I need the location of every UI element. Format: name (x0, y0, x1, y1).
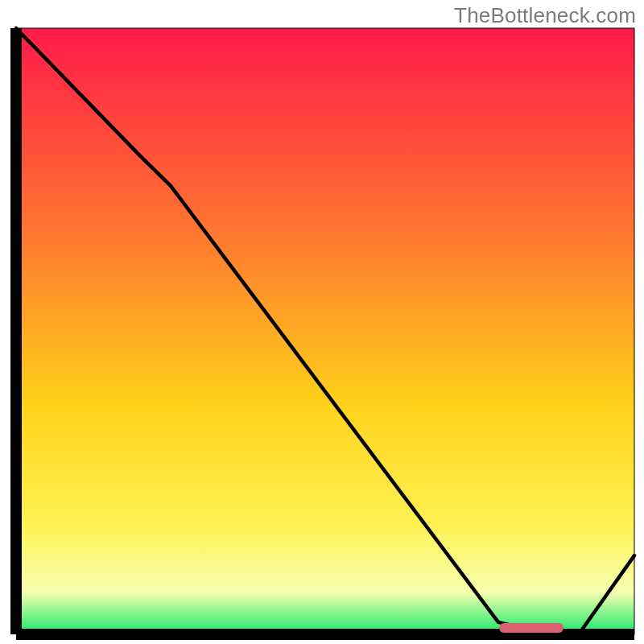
plot-background (16, 28, 634, 634)
optimal-range-marker (499, 623, 564, 633)
bottleneck-chart (0, 0, 644, 644)
chart-container: TheBottleneck.com line bottleneck-curve … (0, 0, 644, 644)
